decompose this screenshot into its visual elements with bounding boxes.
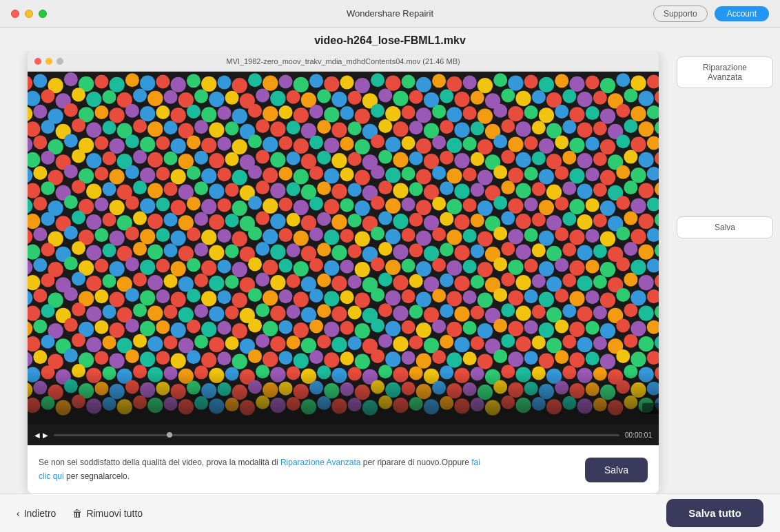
account-button[interactable]: Account xyxy=(715,6,769,21)
remove-all-button[interactable]: 🗑 Rimuovi tutto xyxy=(72,508,143,519)
page-title: video-h264_lose-FBML1.mkv xyxy=(314,34,466,46)
bottom-bar: ‹ Indietro 🗑 Rimuovi tutto Salva tutto xyxy=(0,493,780,532)
close-button[interactable] xyxy=(11,10,19,18)
salva-button[interactable]: Salva xyxy=(585,458,648,482)
trash-icon: 🗑 xyxy=(72,508,82,519)
main-content: video-h264_lose-FBML1.mkv MVI_1982-zero_… xyxy=(0,28,780,532)
rewind-icon[interactable]: ◀ xyxy=(34,431,40,439)
title-bar-actions: Supporto Account xyxy=(653,6,769,22)
video-filename: MVI_1982-zero_moov_trakv_mdia_mdhdConten… xyxy=(226,57,460,65)
traffic-lights xyxy=(11,10,47,18)
page-title-area: video-h264_lose-FBML1.mkv xyxy=(0,28,780,51)
video-content xyxy=(28,72,659,424)
seek-indicator xyxy=(167,432,172,438)
seek-bar[interactable] xyxy=(54,434,619,436)
save-side-button[interactable]: Salva xyxy=(677,216,773,238)
app-title: Wondershare Repairit xyxy=(347,8,433,19)
advanced-repair-link[interactable]: Riparazione Avanzata xyxy=(280,458,361,467)
back-arrow-icon: ‹ xyxy=(17,508,20,519)
support-button[interactable]: Supporto xyxy=(653,6,708,22)
video-panel-container: MVI_1982-zero_moov_trakv_mdia_mdhdConten… xyxy=(14,51,673,493)
info-text-part1: Se non sei soddisfatto della qualità del… xyxy=(39,458,280,467)
info-text: Se non sei soddisfatto della qualità del… xyxy=(39,456,486,482)
time-display: 00:00:01 xyxy=(625,431,652,439)
content-layout: MVI_1982-zero_moov_trakv_mdia_mdhdConten… xyxy=(0,51,780,493)
inner-maximize-dot[interactable] xyxy=(57,58,63,65)
info-text-part3: per segnalarcelo. xyxy=(64,471,130,481)
title-bar: Wondershare Repairit Supporto Account xyxy=(0,0,780,28)
bottom-left-actions: ‹ Indietro 🗑 Rimuovi tutto xyxy=(17,508,143,519)
inner-minimize-dot[interactable] xyxy=(45,58,52,65)
play-button[interactable]: ◀ ▶ xyxy=(34,431,48,439)
minimize-button[interactable] xyxy=(25,10,33,18)
advanced-repair-button[interactable]: Riparazione Avanzata xyxy=(677,57,773,88)
inner-title-bar: MVI_1982-zero_moov_trakv_mdia_mdhdConten… xyxy=(28,51,659,72)
info-text-part2: per riparare di nuovo.Oppure xyxy=(360,458,471,467)
svg-rect-926 xyxy=(28,72,659,424)
video-controls-bar: ◀ ▶ 00:00:01 xyxy=(28,424,659,445)
play-icon[interactable]: ▶ xyxy=(43,431,48,439)
save-all-button[interactable]: Salva tutto xyxy=(666,499,763,527)
video-info-bar: Se non sei soddisfatto della qualità del… xyxy=(28,445,659,493)
back-button[interactable]: ‹ Indietro xyxy=(17,508,56,519)
video-window: MVI_1982-zero_moov_trakv_mdia_mdhdConten… xyxy=(28,51,659,493)
svg-rect-927 xyxy=(642,403,659,414)
right-sidebar: Riparazione Avanzata Salva xyxy=(684,51,766,493)
inner-close-dot[interactable] xyxy=(34,58,41,65)
maximize-button[interactable] xyxy=(39,10,47,18)
inner-traffic-lights xyxy=(34,58,63,65)
remove-all-label: Rimuovi tutto xyxy=(86,508,143,519)
back-label: Indietro xyxy=(24,508,57,519)
video-display xyxy=(28,72,659,424)
